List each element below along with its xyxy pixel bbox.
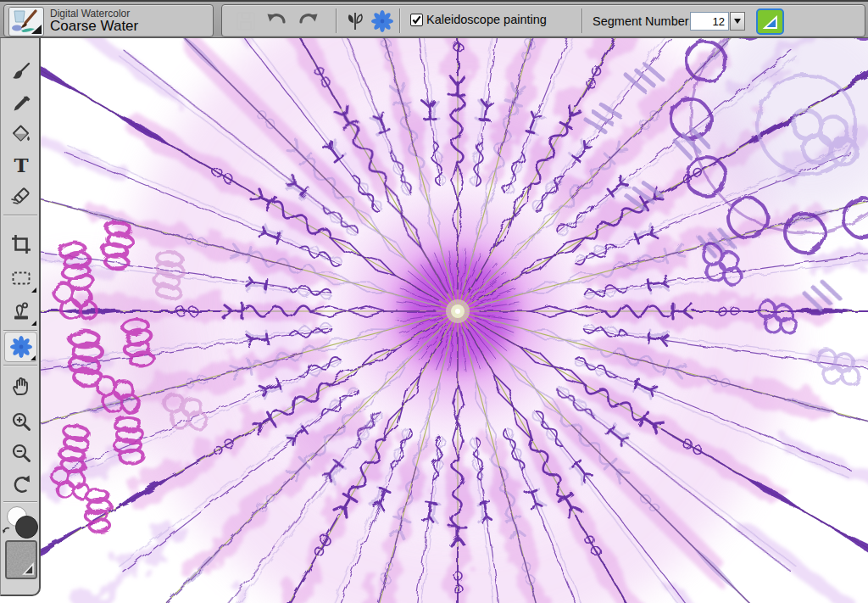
- paper-texture-swatch[interactable]: [5, 540, 37, 579]
- rect-select-icon: [10, 267, 32, 289]
- mirror-painting-button[interactable]: [343, 9, 366, 32]
- divider: [3, 501, 37, 502]
- flyout-indicator: [31, 321, 36, 326]
- tool-select[interactable]: [4, 263, 37, 293]
- save-button[interactable]: [234, 9, 257, 32]
- svg-text:T: T: [14, 154, 28, 176]
- text-tool-icon: T: [10, 154, 32, 176]
- save-icon: [235, 10, 257, 32]
- kaleidoscope-checkbox-label: Kaleidoscope painting: [426, 13, 547, 26]
- flyout-indicator: [31, 288, 36, 293]
- tool-rotate-view[interactable]: [4, 469, 37, 500]
- tool-zoom-in[interactable]: [4, 406, 37, 437]
- swap-colors-icon[interactable]: [3, 527, 11, 535]
- redo-icon: [297, 9, 320, 32]
- redo-button[interactable]: [297, 9, 320, 32]
- divider: [3, 365, 37, 366]
- divider: [399, 8, 400, 33]
- segment-number-input[interactable]: [690, 12, 729, 31]
- hand-icon: [10, 375, 32, 397]
- top-toolbar: Digital Watercolor Coarse Water: [0, 0, 868, 38]
- kaleidoscope-icon: [10, 336, 32, 358]
- tool-stamp[interactable]: [4, 296, 37, 327]
- undo-icon: [265, 9, 288, 32]
- tool-fill[interactable]: [4, 119, 37, 149]
- canvas-painting[interactable]: [0, 38, 868, 603]
- rotate-view-icon: [10, 473, 32, 495]
- tool-kaleidoscope[interactable]: [4, 332, 37, 362]
- tool-column: T: [0, 38, 41, 596]
- kaleidoscope-artwork: [0, 38, 868, 603]
- checkmark-icon: [412, 15, 421, 25]
- tool-text[interactable]: T: [4, 150, 37, 181]
- crop-icon: [10, 233, 32, 255]
- secondary-color-well[interactable]: [15, 516, 38, 539]
- watercolor-brush-preview-icon: [9, 8, 42, 34]
- paintbrush-icon: [10, 60, 32, 82]
- eyedropper-icon: [10, 94, 32, 116]
- paper-noise: [7, 542, 36, 578]
- brush-preset-button[interactable]: [8, 7, 44, 36]
- segment-number-label: Segment Number:: [593, 14, 693, 28]
- color-wells[interactable]: [1, 505, 42, 542]
- kaleidoscope-mode-button[interactable]: [370, 9, 393, 32]
- tool-crop[interactable]: [4, 229, 37, 260]
- preset-panel: Digital Watercolor Coarse Water: [3, 4, 214, 37]
- divider: [581, 8, 582, 33]
- color-corner-triangle: [758, 10, 782, 32]
- tool-paintbrush[interactable]: [4, 56, 37, 87]
- dropdown-arrow-icon: [734, 19, 741, 24]
- controls-panel: Kaleidoscope painting Segment Number:: [221, 4, 865, 37]
- mirror-painting-icon: [344, 10, 366, 32]
- preset-name: Coarse Water: [50, 18, 138, 35]
- flyout-indicator: [31, 355, 36, 360]
- fill-bucket-icon: [10, 123, 32, 145]
- undo-button[interactable]: [265, 9, 288, 32]
- tool-eyedropper[interactable]: [4, 90, 37, 120]
- stamp-icon: [10, 300, 32, 322]
- eraser-icon: [10, 184, 32, 206]
- tool-hand[interactable]: [4, 371, 37, 401]
- current-color-swatch[interactable]: [756, 8, 784, 35]
- kaleidoscope-checkbox[interactable]: [410, 14, 423, 26]
- divider: [3, 330, 37, 331]
- divider: [3, 215, 37, 215]
- tool-zoom-out[interactable]: [4, 438, 37, 468]
- tool-eraser[interactable]: [4, 180, 37, 210]
- kaleidoscope-painting-toggle[interactable]: Kaleidoscope painting: [410, 13, 547, 26]
- divider: [336, 8, 337, 33]
- kaleidoscope-mode-icon: [371, 10, 393, 32]
- zoom-in-icon: [10, 410, 32, 433]
- zoom-out-icon: [10, 442, 32, 464]
- segment-number-dropdown[interactable]: [730, 12, 745, 31]
